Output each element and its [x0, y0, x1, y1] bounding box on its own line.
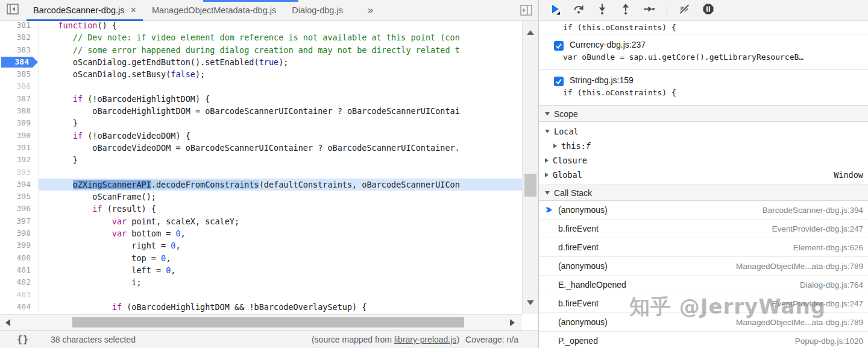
scope-closure[interactable]: Closure [539, 153, 868, 168]
scroll-left-icon[interactable] [5, 319, 10, 326]
chevron-down-icon [545, 112, 550, 116]
code-text[interactable]: if (result) { [39, 203, 522, 215]
breakpoint-checkbox[interactable] [554, 41, 564, 51]
hide-navigator-button[interactable] [0, 4, 25, 17]
code-text[interactable]: left = 0, [39, 264, 522, 276]
step-into-icon [596, 3, 608, 17]
callstack-section-header[interactable]: Call Stack [539, 185, 868, 201]
step-button[interactable] [643, 4, 656, 17]
scope-global[interactable]: Global Window [539, 168, 868, 182]
code-text[interactable]: top = 0, [39, 252, 522, 264]
code-text[interactable]: oScanFrame(); [39, 191, 522, 203]
line-number-397[interactable]: 397 [0, 215, 39, 227]
line-number-385[interactable]: 385 [0, 68, 39, 80]
line-number-398[interactable]: 398 [0, 227, 39, 239]
line-number-402[interactable]: 402 [0, 276, 39, 288]
breakpoint-snippet: var oBundle = sap.ui.getCore().getLibrar… [539, 51, 868, 63]
scope-this[interactable]: this: f [539, 139, 868, 153]
line-number-395[interactable]: 395 [0, 191, 39, 203]
line-number-404[interactable]: 404 [0, 301, 39, 313]
source-mapped-link[interactable]: library-preload.js [394, 335, 456, 344]
editor-horizontal-scrollbar[interactable] [0, 314, 522, 331]
code-line-395: 395 oScanFrame(); [0, 191, 522, 203]
tab-ManagedObjectMetadata-dbg.js[interactable]: ManagedObjectMetadata-dbg.js [144, 0, 284, 21]
breakpoint-snippet-partial[interactable]: if (this.oConstraints) { [539, 21, 868, 34]
breakpoint-entry[interactable]: String-dbg.js:159if (this.oConstraints) … [539, 70, 868, 106]
code-text[interactable]: // some error happened during dialog cre… [39, 44, 522, 56]
code-text[interactable]: if (!oBarcodeVideoDOM) { [39, 130, 522, 142]
callstack-frame[interactable]: (anonymous)ManagedObjectMe...ata-dbg.js:… [539, 313, 868, 332]
code-text[interactable] [39, 289, 522, 301]
toggle-debugger-sidebar-button[interactable] [520, 5, 532, 18]
scroll-up-icon[interactable] [527, 30, 534, 35]
line-number-403[interactable]: 403 [0, 289, 39, 301]
code-text[interactable]: var point, scaleX, scaleY; [39, 215, 522, 227]
code-text[interactable]: oBarcodeVideoDOM = oBarcodeScannerUICont… [39, 142, 522, 154]
step-into-button[interactable] [596, 4, 609, 17]
line-number-387[interactable]: 387 [0, 93, 39, 105]
resume-button[interactable] [549, 4, 562, 17]
scope-section-header[interactable]: Scope [539, 106, 868, 122]
callstack-frame[interactable]: P._openedPopup-dbg.js:1020 [539, 332, 868, 348]
code-text[interactable] [39, 80, 522, 92]
scroll-down-icon[interactable] [527, 300, 534, 305]
line-number-392[interactable]: 392 [0, 154, 39, 166]
more-tabs-button[interactable]: » [368, 4, 373, 16]
code-text[interactable]: oBarcodeHighlightDOM = oBarcodeScannerUI… [39, 105, 522, 117]
horizontal-scrollbar-thumb[interactable] [72, 317, 464, 327]
code-text[interactable]: right = 0, [39, 239, 522, 252]
code-text[interactable]: oZXingScannerAPI.decodeFromConstraints(d… [39, 179, 522, 191]
code-text[interactable]: var bottom = 0, [39, 227, 522, 239]
line-number-382[interactable]: 382 [0, 31, 39, 43]
line-number-381[interactable]: 381 [0, 21, 39, 31]
code-text[interactable]: oScanDialog.getEndButton().setEnabled(tr… [39, 56, 522, 68]
breakpoint-checkbox[interactable] [554, 77, 564, 86]
line-number-386[interactable]: 386 [0, 80, 39, 92]
callstack-frame[interactable]: b.fireEventEventProvider-dbg.js:247 [539, 294, 868, 313]
breakpoint-entry[interactable]: Currency-dbg.js:237var oBundle = sap.ui.… [539, 34, 868, 70]
pause-on-exceptions-button[interactable] [702, 4, 715, 17]
code-lines: 381 function() {382 // Dev note: if vide… [0, 21, 522, 313]
line-number-391[interactable]: 391 [0, 142, 39, 154]
breakpoint-badge[interactable]: 384 [1, 57, 38, 68]
line-number-384[interactable]: 384 [0, 56, 39, 68]
line-number-399[interactable]: 399 [0, 239, 39, 252]
line-number-389[interactable]: 389 [0, 117, 39, 129]
scope-local[interactable]: Local [539, 124, 868, 139]
code-editor[interactable]: 381 function() {382 // Dev note: if vide… [0, 21, 538, 314]
close-tab-icon[interactable]: × [131, 5, 136, 15]
callstack-frame[interactable]: b.fireEventEventProvider-dbg.js:247 [539, 220, 868, 238]
code-text[interactable]: function() { [39, 21, 522, 31]
line-number-400[interactable]: 400 [0, 252, 39, 264]
line-number-383[interactable]: 383 [0, 44, 39, 56]
pretty-print-button[interactable]: {} [17, 334, 29, 345]
deactivate-breakpoints-button[interactable] [678, 4, 691, 17]
code-text[interactable]: // Dev note: if video element dom refere… [39, 31, 522, 43]
step-out-button[interactable] [619, 4, 632, 17]
callstack-frame[interactable]: E._handleOpenedDialog-dbg.js:764 [539, 276, 868, 294]
step-over-button[interactable] [572, 4, 585, 17]
line-number-401[interactable]: 401 [0, 264, 39, 276]
line-number-390[interactable]: 390 [0, 130, 39, 142]
line-number-396[interactable]: 396 [0, 203, 39, 215]
line-number-393[interactable]: 393 [0, 166, 39, 179]
code-text[interactable] [39, 166, 522, 179]
code-line-387: 387 if (!oBarcodeHighlightDOM) { [0, 93, 522, 105]
tab-BarcodeScanner-dbg.js[interactable]: BarcodeScanner-dbg.js× [25, 0, 144, 21]
hide-navigator-icon [7, 4, 19, 17]
tab-Dialog-dbg.js[interactable]: Dialog-dbg.js [284, 0, 351, 21]
code-text[interactable]: oScanDialog.setBusy(false); [39, 68, 522, 80]
vertical-scrollbar-thumb[interactable] [524, 174, 536, 197]
callstack-frame[interactable]: (anonymous)BarcodeScanner-dbg.js:394 [539, 201, 868, 220]
line-number-388[interactable]: 388 [0, 105, 39, 117]
line-number-394[interactable]: 394 [0, 179, 39, 191]
code-text[interactable]: i; [39, 276, 522, 288]
code-text[interactable]: } [39, 154, 522, 166]
callstack-frame[interactable]: (anonymous)ManagedObjectMe...ata-dbg.js:… [539, 257, 868, 276]
code-text[interactable]: } [39, 117, 522, 129]
code-text[interactable]: if (!oBarcodeHighlightDOM) { [39, 93, 522, 105]
code-text[interactable]: if (oBarcodeHighlightDOM && !bBarcodeOve… [39, 301, 522, 313]
editor-vertical-scrollbar[interactable] [522, 21, 538, 314]
scroll-right-icon[interactable] [510, 319, 515, 326]
callstack-frame[interactable]: d.fireEventElement-dbg.js:626 [539, 238, 868, 257]
